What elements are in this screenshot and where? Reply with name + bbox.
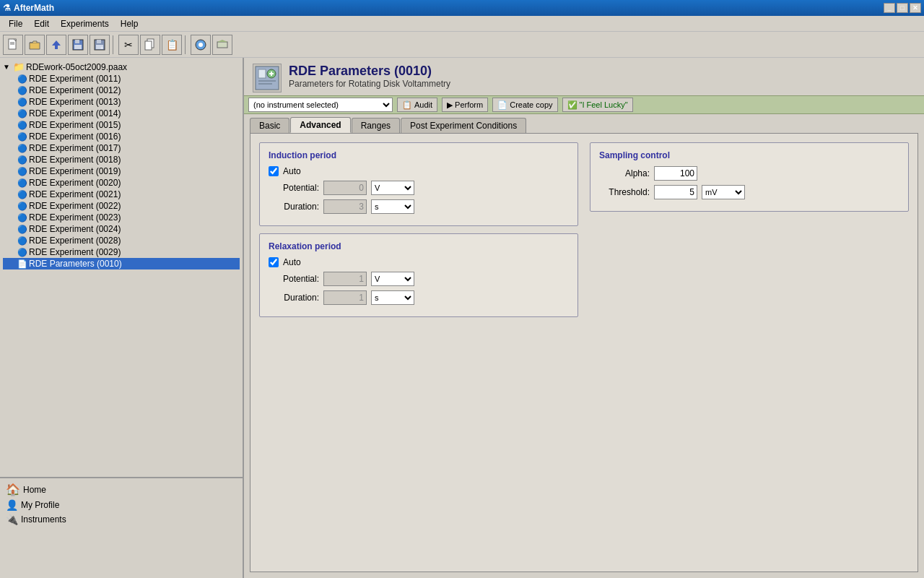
relaxation-potential-row: Potential: V mV <box>269 272 569 286</box>
tab-post-experiment[interactable]: Post Experiment Conditions <box>401 118 526 133</box>
app-icon: ⚗ <box>3 3 11 13</box>
sampling-control-title: Sampling control <box>599 150 899 160</box>
list-item[interactable]: 🔵 RDE Experiment (0029) <box>3 246 240 258</box>
create-copy-button[interactable]: 📄 Create copy <box>492 98 557 112</box>
up-button[interactable] <box>46 35 66 55</box>
cut-button[interactable]: ✂ <box>118 35 139 55</box>
menu-help[interactable]: Help <box>115 17 144 30</box>
threshold-input[interactable] <box>654 185 697 199</box>
tab-ranges[interactable]: Ranges <box>352 118 400 133</box>
relaxation-duration-label: Duration: <box>269 293 319 303</box>
audit-button[interactable]: 📋 Audit <box>397 98 437 112</box>
list-item[interactable]: 🔵 RDE Experiment (0014) <box>3 108 240 119</box>
tree-root-label: RDEwork-05oct2009.paax <box>26 62 127 72</box>
profile-label: My Profile <box>21 500 59 510</box>
list-item[interactable]: 🔵 RDE Experiment (0016) <box>3 131 240 142</box>
induction-duration-unit-select[interactable]: s ms <box>371 199 414 214</box>
instruments-label: Instruments <box>21 514 66 525</box>
induction-potential-label: Potential: <box>269 183 319 193</box>
home-label: Home <box>23 485 46 495</box>
sampling-control-section: Sampling control Alpha: Threshold: mV V <box>590 142 909 212</box>
main-layout: ▼ 📁 RDEwork-05oct2009.paax 🔵 RDE Experim… <box>0 58 924 578</box>
induction-potential-unit-select[interactable]: V mV <box>371 181 414 195</box>
induction-period-section: Induction period Auto Potential: V mV <box>259 142 578 226</box>
list-item[interactable]: 🔵 RDE Experiment (0012) <box>3 85 240 96</box>
create-copy-icon: 📄 <box>497 100 507 110</box>
toolbar-separator-1 <box>113 35 116 54</box>
new-button[interactable] <box>3 35 23 55</box>
induction-period-title: Induction period <box>269 150 569 160</box>
collapse-icon: ▼ <box>3 63 12 71</box>
relaxation-duration-unit-select[interactable]: s ms <box>371 290 414 305</box>
profile-item[interactable]: 👤 My Profile <box>3 498 240 512</box>
list-item[interactable]: 🔵 RDE Experiment (0018) <box>3 154 240 165</box>
folder-icon: 📁 <box>13 61 25 72</box>
instruments-icon: 🔌 <box>6 514 18 525</box>
svg-rect-6 <box>74 45 82 49</box>
paste-button[interactable]: 📋 <box>162 35 182 55</box>
induction-auto-label: Auto <box>283 166 301 176</box>
instrument-select[interactable]: (no instrument selected) <box>248 98 393 112</box>
close-btn[interactable]: ✕ <box>910 3 921 13</box>
menu-edit[interactable]: Edit <box>28 17 55 30</box>
tab-advanced[interactable]: Advanced <box>290 117 350 133</box>
list-item[interactable]: 🔵 RDE Experiment (0020) <box>3 177 240 189</box>
copy-button[interactable] <box>140 35 160 55</box>
app-title-text: AfterMath <box>14 3 54 13</box>
titlebar: ⚗ AfterMath _ □ ✕ <box>0 0 924 16</box>
induction-duration-input[interactable] <box>323 199 367 214</box>
induction-potential-row: Potential: V mV <box>269 181 569 195</box>
feel-lucky-button[interactable]: ✅ "I Feel Lucky" <box>562 98 633 112</box>
induction-auto-checkbox[interactable] <box>269 166 279 176</box>
induction-duration-row: Duration: s ms <box>269 199 569 214</box>
tree-area[interactable]: ▼ 📁 RDEwork-05oct2009.paax 🔵 RDE Experim… <box>0 58 243 477</box>
perform-icon: ▶ <box>447 100 453 110</box>
list-item[interactable]: 🔵 RDE Experiment (0028) <box>3 235 240 246</box>
list-item-selected[interactable]: 📄 RDE Parameters (0010) <box>3 258 240 269</box>
open-button[interactable] <box>25 35 45 55</box>
list-item[interactable]: 🔵 RDE Experiment (0015) <box>3 119 240 131</box>
svg-rect-3 <box>55 46 58 49</box>
list-item[interactable]: 🔵 RDE Experiment (0013) <box>3 96 240 108</box>
left-panel: ▼ 📁 RDEwork-05oct2009.paax 🔵 RDE Experim… <box>0 58 244 578</box>
save-button[interactable] <box>68 35 88 55</box>
doc-info: RDE Parameters (0010) Parameters for Rot… <box>289 64 450 89</box>
threshold-unit-select[interactable]: mV V µV <box>702 185 745 199</box>
minimize-btn[interactable]: _ <box>884 3 895 13</box>
svg-point-14 <box>199 43 203 47</box>
induction-potential-input[interactable] <box>323 181 367 195</box>
list-item[interactable]: 🔵 RDE Experiment (0011) <box>3 73 240 85</box>
action-button[interactable] <box>191 35 211 55</box>
list-item[interactable]: 🔵 RDE Experiment (0023) <box>3 212 240 223</box>
perform-button[interactable]: ▶ Perform <box>442 98 488 112</box>
relaxation-auto-checkbox[interactable] <box>269 257 279 267</box>
home-item[interactable]: 🏠 Home <box>3 481 240 498</box>
alpha-input[interactable] <box>654 166 697 181</box>
feel-lucky-icon: ✅ <box>567 100 578 110</box>
svg-rect-18 <box>258 69 266 78</box>
threshold-row: Threshold: mV V µV <box>599 185 899 199</box>
instruments-item[interactable]: 🔌 Instruments <box>3 512 240 527</box>
tab-basic[interactable]: Basic <box>250 118 289 133</box>
induction-duration-label: Duration: <box>269 202 319 212</box>
relaxation-auto-row: Auto <box>269 257 569 267</box>
list-item[interactable]: 🔵 RDE Experiment (0024) <box>3 223 240 235</box>
doc-title: RDE Parameters (0010) <box>289 64 450 79</box>
list-item[interactable]: 🔵 RDE Experiment (0019) <box>3 165 240 177</box>
save-as-button[interactable]: + <box>90 35 110 55</box>
home-icon: 🏠 <box>6 483 20 496</box>
relaxation-duration-input[interactable] <box>323 290 367 305</box>
svg-rect-15 <box>217 42 227 48</box>
relaxation-potential-input[interactable] <box>323 272 367 286</box>
list-item[interactable]: 🔵 RDE Experiment (0017) <box>3 142 240 154</box>
svg-marker-16 <box>217 40 227 42</box>
list-item[interactable]: 🔵 RDE Experiment (0021) <box>3 189 240 200</box>
menu-experiments[interactable]: Experiments <box>55 17 115 30</box>
extra-button[interactable] <box>212 35 232 55</box>
maximize-btn[interactable]: □ <box>897 3 908 13</box>
relaxation-potential-label: Potential: <box>269 274 319 284</box>
relaxation-potential-unit-select[interactable]: V mV <box>371 272 414 286</box>
menu-file[interactable]: File <box>3 17 28 30</box>
list-item[interactable]: 🔵 RDE Experiment (0022) <box>3 200 240 212</box>
tree-root[interactable]: ▼ 📁 RDEwork-05oct2009.paax <box>3 61 240 73</box>
